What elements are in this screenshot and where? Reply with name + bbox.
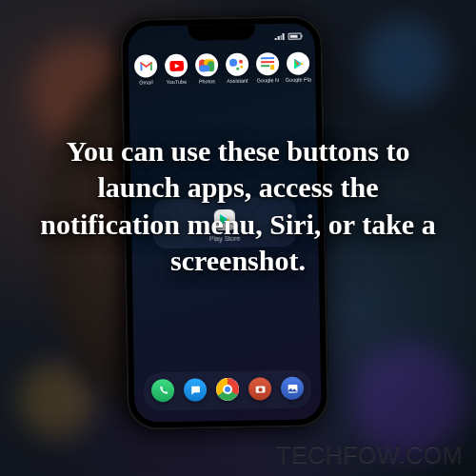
photos-icon — [195, 53, 218, 76]
scene: Gmail YouTube Photos — [0, 0, 476, 476]
gmail-icon — [134, 54, 157, 77]
battery-icon — [288, 32, 302, 39]
home-row: Gmail YouTube Photos — [129, 51, 315, 79]
camera-icon — [248, 377, 271, 400]
app-label: Google Pla — [279, 76, 317, 83]
signal-icon — [275, 32, 285, 39]
app-camera[interactable] — [248, 377, 271, 402]
overlay-text: You can use these buttons to launch apps… — [0, 133, 476, 280]
chrome-icon — [216, 378, 239, 401]
gnews-icon — [256, 52, 279, 75]
play-icon — [287, 51, 309, 74]
bokeh — [362, 19, 447, 105]
watermark: TECHFOW.COM — [276, 441, 463, 468]
app-gnews[interactable]: Google N — [256, 52, 279, 77]
messages-icon — [184, 378, 207, 401]
bokeh — [352, 343, 466, 457]
notch — [188, 24, 254, 40]
app-play[interactable]: Google Pla — [287, 51, 309, 76]
app-assistant[interactable]: Assistant — [226, 53, 248, 78]
gallery-icon — [281, 377, 304, 400]
phone-icon — [151, 379, 174, 402]
app-gallery[interactable] — [281, 377, 304, 402]
app-messages[interactable] — [184, 378, 207, 403]
app-phone[interactable] — [151, 379, 174, 404]
assistant-icon — [226, 53, 248, 76]
status-right — [275, 32, 302, 39]
app-photos[interactable]: Photos — [195, 53, 218, 78]
app-gmail[interactable]: Gmail — [134, 54, 157, 79]
youtube-icon — [165, 54, 188, 77]
app-chrome[interactable] — [216, 378, 239, 403]
app-youtube[interactable]: YouTube — [165, 54, 188, 79]
dock — [144, 369, 312, 410]
